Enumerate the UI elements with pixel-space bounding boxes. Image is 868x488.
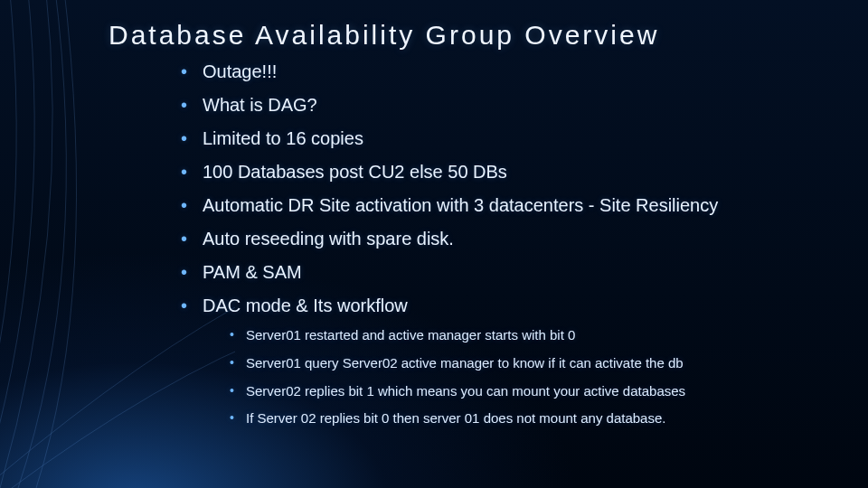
bullet-text: PAM & SAM [203, 262, 302, 282]
slide-title: Database Availability Group Overview [108, 20, 659, 51]
bullet-text: DAC mode & Its workflow [203, 296, 408, 315]
bullet-item: 100 Databases post CU2 else 50 DBs [181, 162, 814, 183]
sub-bullet-item: Server01 query Server02 active manager t… [230, 355, 814, 372]
bullet-item: PAM & SAM [181, 262, 814, 283]
sub-bullet-text: Server01 restarted and active manager st… [246, 327, 575, 343]
bullet-item: What is DAG? [181, 95, 814, 116]
sub-bullet-text: If Server 02 replies bit 0 then server 0… [246, 410, 665, 426]
bullet-text: Limited to 16 copies [203, 128, 363, 148]
bullet-text: Outage!!! [203, 61, 277, 81]
sub-bullet-item: Server01 restarted and active manager st… [230, 327, 814, 344]
bullet-item: DAC mode & Its workflow Server01 restart… [181, 296, 814, 427]
bullet-item: Automatic DR Site activation with 3 data… [181, 195, 814, 216]
bullet-text: What is DAG? [203, 95, 317, 115]
sub-bullet-text: Server01 query Server02 active manager t… [246, 355, 684, 371]
bullet-text: Auto reseeding with spare disk. [203, 229, 454, 249]
bullet-item: Auto reseeding with spare disk. [181, 229, 814, 249]
sub-bullet-text: Server02 replies bit 1 which means you c… [246, 383, 685, 399]
bullet-item: Limited to 16 copies [181, 128, 814, 149]
bullet-text: 100 Databases post CU2 else 50 DBs [203, 162, 507, 182]
bullet-list: Outage!!! What is DAG? Limited to 16 cop… [181, 61, 814, 440]
sub-bullet-item: If Server 02 replies bit 0 then server 0… [230, 410, 814, 427]
sub-bullet-list: Server01 restarted and active manager st… [230, 327, 814, 427]
bullet-text: Automatic DR Site activation with 3 data… [203, 195, 718, 215]
bullet-item: Outage!!! [181, 61, 814, 82]
sub-bullet-item: Server02 replies bit 1 which means you c… [230, 383, 814, 400]
slide: Database Availability Group Overview Out… [0, 0, 868, 488]
